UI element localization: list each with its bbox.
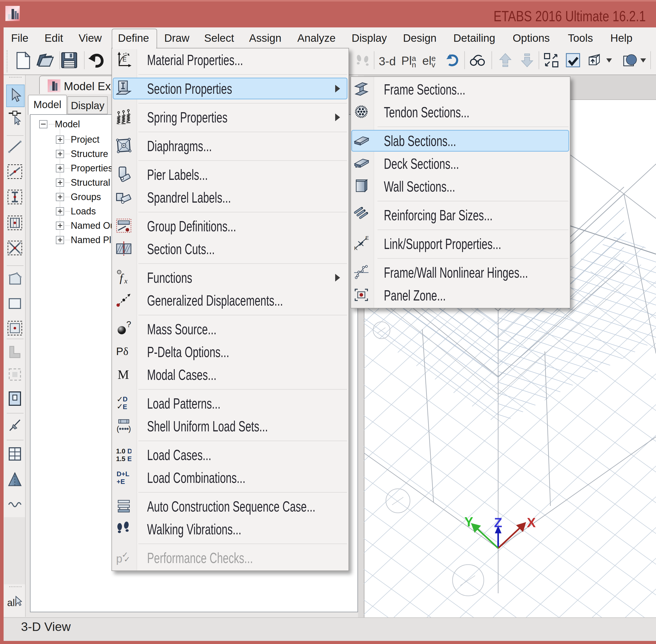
svg-text:E: E: [123, 403, 127, 411]
svg-text:D+L: D+L: [117, 470, 129, 478]
svg-text:?: ?: [126, 321, 131, 329]
svg-text:✓: ✓: [117, 402, 123, 411]
svg-text:E: E: [365, 236, 369, 241]
svg-text:✓: ✓: [124, 555, 130, 564]
svg-text:p: p: [116, 552, 122, 565]
svg-text:+E: +E: [117, 478, 125, 485]
svg-text:Z: Z: [494, 515, 502, 530]
svg-text:Y: Y: [464, 514, 473, 529]
svg-text:(: (: [117, 424, 119, 433]
svg-text:1.5: 1.5: [116, 455, 125, 462]
svg-text:M: M: [118, 367, 129, 382]
svg-text:K: K: [354, 246, 358, 251]
svg-text:δ: δ: [123, 346, 128, 358]
svg-text:): ): [128, 424, 131, 433]
svg-text:D: D: [123, 395, 128, 403]
svg-text:E: E: [122, 56, 127, 63]
svg-text:1.0: 1.0: [116, 447, 125, 455]
svg-text:x: x: [124, 277, 128, 285]
svg-text:E: E: [127, 455, 132, 462]
svg-text:all: all: [7, 597, 17, 608]
svg-text:X: X: [527, 515, 536, 530]
svg-text:D: D: [127, 447, 132, 455]
svg-text:P: P: [116, 345, 123, 358]
